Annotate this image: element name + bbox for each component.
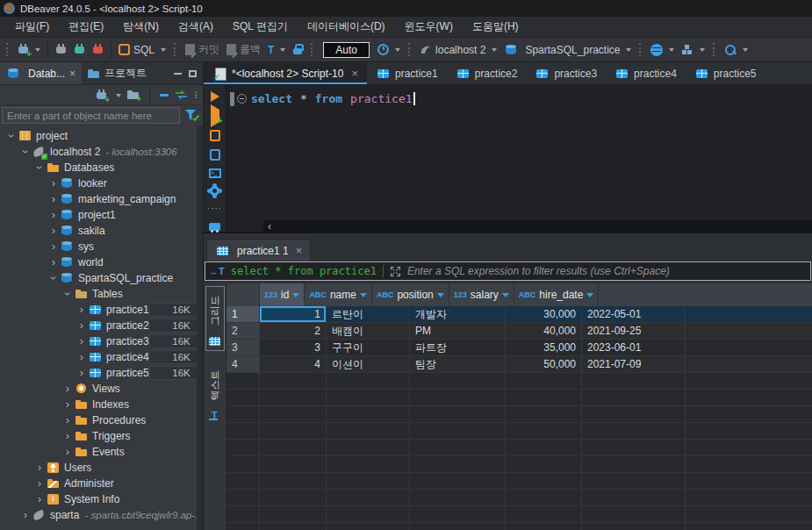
disconnect-button[interactable] xyxy=(52,42,70,57)
row-number[interactable]: 4 xyxy=(226,356,260,373)
tree-item[interactable]: Tables xyxy=(0,286,203,302)
commit-button[interactable]: 커밋 xyxy=(182,40,223,59)
tree-item[interactable]: Users xyxy=(0,460,203,476)
editor-tab[interactable]: practice3 xyxy=(526,62,606,84)
tab-database-navigator[interactable]: Datab... × xyxy=(0,62,82,84)
chevron-down-icon[interactable] xyxy=(395,48,400,54)
table-row[interactable]: 1 1 르탄이 개발자 30,000 2022-05-01 xyxy=(226,306,812,323)
cell-name[interactable]: 이션이 xyxy=(327,356,410,373)
tree-item[interactable]: Views xyxy=(0,381,203,397)
expand-arrow-icon[interactable] xyxy=(47,209,60,221)
expand-arrow-icon[interactable] xyxy=(47,225,60,237)
chevron-down-icon[interactable] xyxy=(700,48,705,54)
editor-tab[interactable]: *<localhost 2> Script-10 × xyxy=(204,62,367,84)
sql-editor-button[interactable]: SQL xyxy=(115,42,169,58)
filter-sql-text[interactable]: select * from practice1 xyxy=(231,265,377,277)
column-filter-arrow-icon[interactable] xyxy=(437,293,444,301)
maximize-icon[interactable] xyxy=(189,70,197,77)
tree-item[interactable]: practice2 16K xyxy=(0,318,203,333)
tree-item[interactable]: sparta - sparta.cbt9ceqjwlr9.ap-.. xyxy=(0,507,203,523)
table-row[interactable]: 2 2 배캠이 PM 40,000 2021-09-25 xyxy=(226,323,812,340)
expand-arrow-icon[interactable] xyxy=(33,462,46,474)
scroll-left-icon[interactable]: ‹ xyxy=(263,221,276,232)
column-filter-arrow-icon[interactable] xyxy=(586,293,593,301)
tree-item[interactable]: SpartaSQL_practice xyxy=(0,270,203,286)
menu-item[interactable]: 도움말(H) xyxy=(463,17,528,37)
tree-item[interactable]: Administer xyxy=(0,476,203,491)
tab-projects[interactable]: 프로젝트 xyxy=(82,62,153,84)
cell-position[interactable]: PM xyxy=(410,323,506,340)
collapse-all-icon[interactable] xyxy=(160,94,169,97)
minimize-icon[interactable] xyxy=(174,73,182,75)
row-number[interactable]: 3 xyxy=(226,340,260,356)
chevron-down-icon[interactable] xyxy=(280,48,285,54)
column-header[interactable]: ABC name xyxy=(305,283,372,306)
sql-console-icon[interactable] xyxy=(209,168,221,178)
cell-salary[interactable]: 40,000 xyxy=(506,323,582,340)
menu-item[interactable]: 파일(F) xyxy=(5,17,59,37)
table-row[interactable]: 4 4 이션이 팀장 50,000 2021-07-09 xyxy=(226,356,812,373)
close-icon[interactable]: × xyxy=(351,67,358,80)
auto-commit-indicator[interactable]: Auto xyxy=(323,42,370,58)
transaction-mode-button[interactable]: T xyxy=(264,42,289,58)
cell-hire-date[interactable]: 2021-09-25 xyxy=(582,323,686,340)
editor-tab[interactable]: practice4 xyxy=(606,62,686,84)
chevron-down-icon[interactable] xyxy=(743,48,748,54)
expand-arrow-icon[interactable] xyxy=(47,177,60,190)
cell-id[interactable]: 4 xyxy=(260,356,327,373)
filter-placeholder-text[interactable]: Enter a SQL expression to filter results… xyxy=(407,265,806,277)
tree-item[interactable]: world xyxy=(0,254,203,270)
column-filter-arrow-icon[interactable] xyxy=(502,293,509,301)
cell-salary[interactable]: 35,000 xyxy=(506,340,582,356)
execute-statement-icon[interactable] xyxy=(211,91,219,102)
export-data-icon[interactable] xyxy=(209,223,220,231)
column-header[interactable]: ABC position xyxy=(372,283,449,306)
results-view-tab[interactable]: 텍스트 xyxy=(205,362,225,425)
tree-item[interactable]: Databases xyxy=(0,160,203,175)
expand-arrow-icon[interactable] xyxy=(61,414,74,426)
close-icon[interactable]: × xyxy=(296,244,303,257)
search-button[interactable] xyxy=(721,42,751,58)
tree-item[interactable]: practice1 16K xyxy=(0,302,203,318)
fold-collapse-icon[interactable] xyxy=(237,94,247,104)
cell-hire-date[interactable]: 2022-05-01 xyxy=(582,306,686,323)
execute-new-tab-icon[interactable] xyxy=(211,110,219,122)
expand-arrow-icon[interactable] xyxy=(47,193,60,205)
rollback-button[interactable]: 롤백 xyxy=(223,40,264,59)
tree-item[interactable]: project1 xyxy=(0,207,203,223)
chevron-down-icon[interactable] xyxy=(626,48,631,54)
expand-arrow-icon[interactable] xyxy=(61,288,74,300)
tree-item[interactable]: marketing_campaign xyxy=(0,191,203,207)
expand-arrow-icon[interactable] xyxy=(47,256,60,269)
expand-arrow-icon[interactable] xyxy=(47,240,60,253)
cell-name[interactable]: 구구이 xyxy=(327,340,410,356)
expand-arrow-icon[interactable] xyxy=(19,146,32,158)
filter-type-icon[interactable]: T xyxy=(210,266,225,276)
column-header[interactable]: 123 id xyxy=(260,283,305,306)
tree-item[interactable]: sys xyxy=(0,239,203,254)
cell-name[interactable]: 배캠이 xyxy=(327,323,410,340)
expand-arrow-icon[interactable] xyxy=(75,304,88,316)
chevron-down-icon[interactable] xyxy=(116,94,121,100)
chevron-down-icon[interactable] xyxy=(35,48,40,54)
column-filter-arrow-icon[interactable] xyxy=(360,293,367,301)
explain-plan-icon[interactable] xyxy=(210,149,220,161)
results-tab[interactable]: practice1 1 × xyxy=(206,239,311,261)
expand-arrow-icon[interactable] xyxy=(75,351,88,363)
expand-arrow-icon[interactable] xyxy=(33,477,46,490)
row-number-header[interactable] xyxy=(226,283,260,306)
transaction-log-button[interactable] xyxy=(374,42,404,57)
expand-arrow-icon[interactable] xyxy=(33,493,46,505)
expand-arrow-icon[interactable] xyxy=(19,509,32,521)
results-view-tab[interactable]: 그리드 xyxy=(205,286,225,351)
menu-item[interactable]: 검색(A) xyxy=(169,17,223,37)
row-number[interactable]: 2 xyxy=(226,323,260,340)
expand-arrow-icon[interactable] xyxy=(5,130,18,142)
object-filter-input[interactable] xyxy=(2,107,180,124)
tree-scrollbar[interactable] xyxy=(197,125,203,530)
cell-id[interactable]: 3 xyxy=(260,340,327,356)
transaction-lock-button[interactable] xyxy=(289,42,306,57)
results-filter-bar[interactable]: T select * from practice1 Enter a SQL ex… xyxy=(205,261,811,281)
network-profile-button[interactable] xyxy=(647,42,678,58)
menu-item[interactable]: 탐색(N) xyxy=(113,17,169,37)
